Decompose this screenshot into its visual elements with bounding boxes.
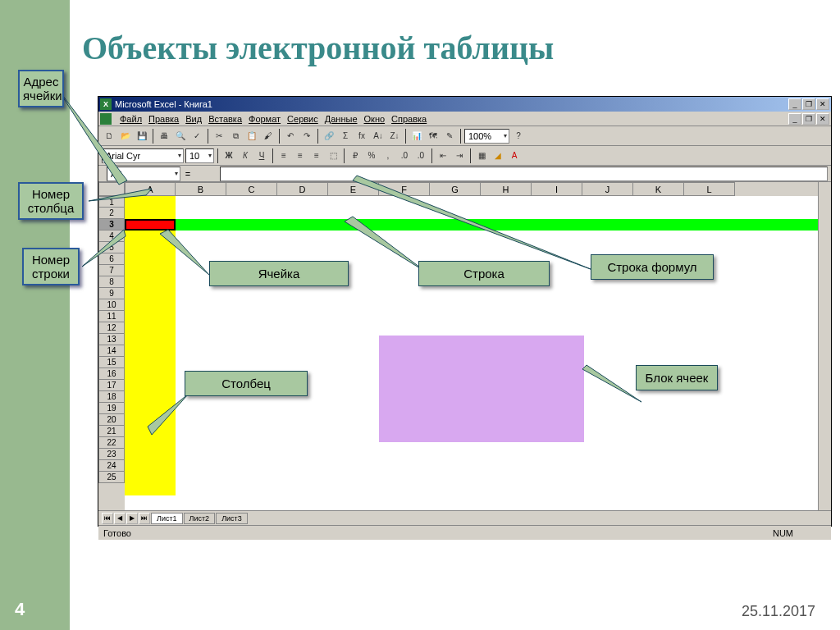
undo-icon[interactable]: ↶ [283, 129, 298, 144]
zoom-combo[interactable]: 100% [464, 129, 509, 144]
col-header[interactable]: L [684, 182, 735, 196]
copy-icon[interactable]: ⧉ [228, 129, 243, 144]
col-header[interactable]: J [582, 182, 633, 196]
borders-icon[interactable]: ▦ [474, 148, 489, 163]
titlebar[interactable]: X Microsoft Excel - Книга1 _ ❐ ✕ [98, 97, 831, 112]
menu-tools[interactable]: Сервис [287, 114, 318, 124]
mdi-minimize-button[interactable]: _ [788, 113, 801, 125]
function-icon[interactable]: fx [354, 129, 369, 144]
fill-color-icon[interactable]: ◢ [491, 148, 505, 163]
hyperlink-icon[interactable]: 🔗 [322, 129, 336, 144]
new-icon[interactable]: 🗋 [102, 129, 116, 144]
row-header[interactable]: 12 [98, 322, 125, 334]
menu-file[interactable]: Файл [120, 114, 142, 124]
row-header[interactable]: 9 [98, 288, 125, 299]
mdi-restore-button[interactable]: ❐ [802, 113, 815, 125]
row-header[interactable]: 2 [98, 208, 125, 219]
col-header[interactable]: A [125, 182, 176, 196]
row-header[interactable]: 1 [98, 196, 125, 208]
tab-first-icon[interactable]: ⏮ [102, 513, 113, 524]
row-header[interactable]: 14 [98, 345, 125, 357]
col-header[interactable]: C [226, 182, 277, 196]
col-header[interactable]: F [379, 182, 430, 196]
sort-asc-icon[interactable]: A↓ [371, 129, 386, 144]
formula-bar[interactable] [220, 167, 828, 181]
mdi-close-button[interactable]: ✕ [816, 113, 829, 125]
chart-icon[interactable]: 📊 [409, 129, 424, 144]
tab-prev-icon[interactable]: ◀ [114, 513, 126, 524]
underline-icon[interactable]: Ч [254, 148, 269, 163]
row-header[interactable]: 13 [98, 334, 125, 345]
sort-desc-icon[interactable]: Z↓ [387, 129, 402, 144]
select-all-corner[interactable] [98, 182, 125, 196]
menu-data[interactable]: Данные [325, 114, 358, 124]
redo-icon[interactable]: ↷ [299, 129, 314, 144]
map-icon[interactable]: 🗺 [426, 129, 441, 144]
currency-icon[interactable]: ₽ [348, 148, 363, 163]
menu-help[interactable]: Справка [391, 114, 427, 124]
bold-icon[interactable]: Ж [221, 148, 236, 163]
drawing-icon[interactable]: ✎ [442, 129, 457, 144]
formula-equals-icon[interactable]: = [180, 169, 195, 179]
close-button[interactable]: ✕ [816, 98, 829, 110]
row-header[interactable]: 5 [98, 242, 125, 253]
row-header[interactable]: 8 [98, 276, 125, 288]
menu-format[interactable]: Формат [249, 114, 281, 124]
indent-dec-icon[interactable]: ⇤ [436, 148, 450, 163]
dec-decimal-icon[interactable]: .0 [413, 148, 428, 163]
tab-last-icon[interactable]: ⏭ [139, 513, 150, 524]
menu-window[interactable]: Окно [364, 114, 386, 124]
row-header[interactable]: 11 [98, 311, 125, 322]
row-header[interactable]: 4 [98, 231, 125, 242]
italic-icon[interactable]: К [238, 148, 253, 163]
tab-next-icon[interactable]: ▶ [126, 513, 138, 524]
align-center-icon[interactable]: ≡ [293, 148, 308, 163]
menu-view[interactable]: Вид [185, 114, 202, 124]
sheet-tab-1[interactable]: Лист1 [151, 513, 183, 524]
col-header[interactable]: K [633, 182, 684, 196]
sheet-tab-2[interactable]: Лист2 [184, 513, 216, 524]
row-header[interactable]: 20 [98, 414, 125, 426]
print-icon[interactable]: 🖶 [157, 129, 171, 144]
font-combo[interactable]: Arial Cyr [102, 148, 184, 163]
help-icon[interactable]: ? [511, 129, 526, 144]
name-box[interactable]: A3 [107, 167, 180, 181]
cut-icon[interactable]: ✂ [212, 129, 226, 144]
col-header[interactable]: H [481, 182, 532, 196]
row-header[interactable]: 10 [98, 299, 125, 311]
align-right-icon[interactable]: ≡ [309, 148, 324, 163]
row-header[interactable]: 6 [98, 253, 125, 265]
cells-area[interactable] [125, 196, 818, 510]
inc-decimal-icon[interactable]: .0 [397, 148, 412, 163]
col-header[interactable]: G [430, 182, 481, 196]
row-header[interactable]: 21 [98, 426, 125, 437]
row-header[interactable]: 19 [98, 403, 125, 414]
row-header[interactable]: 17 [98, 380, 125, 391]
col-header[interactable]: D [277, 182, 328, 196]
col-header[interactable]: I [532, 182, 582, 196]
comma-icon[interactable]: , [381, 148, 395, 163]
col-header[interactable]: B [176, 182, 226, 196]
row-header[interactable]: 7 [98, 265, 125, 276]
row-header[interactable]: 25 [98, 472, 125, 483]
font-color-icon[interactable]: A [507, 148, 522, 163]
percent-icon[interactable]: % [364, 148, 379, 163]
maximize-button[interactable]: ❐ [802, 98, 815, 110]
row-header[interactable]: 22 [98, 437, 125, 449]
row-header[interactable]: 15 [98, 357, 125, 368]
row-header[interactable]: 16 [98, 368, 125, 380]
minimize-button[interactable]: _ [788, 98, 801, 110]
save-icon[interactable]: 💾 [135, 129, 149, 144]
indent-inc-icon[interactable]: ⇥ [452, 148, 467, 163]
row-header-selected[interactable]: 3 [98, 219, 125, 231]
menu-edit[interactable]: Правка [148, 114, 179, 124]
open-icon[interactable]: 📂 [118, 129, 133, 144]
font-size-combo[interactable]: 10 [185, 148, 214, 163]
col-header[interactable]: E [328, 182, 379, 196]
format-painter-icon[interactable]: 🖌 [261, 129, 276, 144]
menu-insert[interactable]: Вставка [208, 114, 242, 124]
vertical-scrollbar[interactable] [818, 182, 831, 510]
merge-icon[interactable]: ⬚ [326, 148, 340, 163]
spreadsheet-grid[interactable]: A B C D E F G H I J K L 1 2 3 4 5 6 7 [98, 182, 831, 510]
row-header[interactable]: 23 [98, 449, 125, 460]
